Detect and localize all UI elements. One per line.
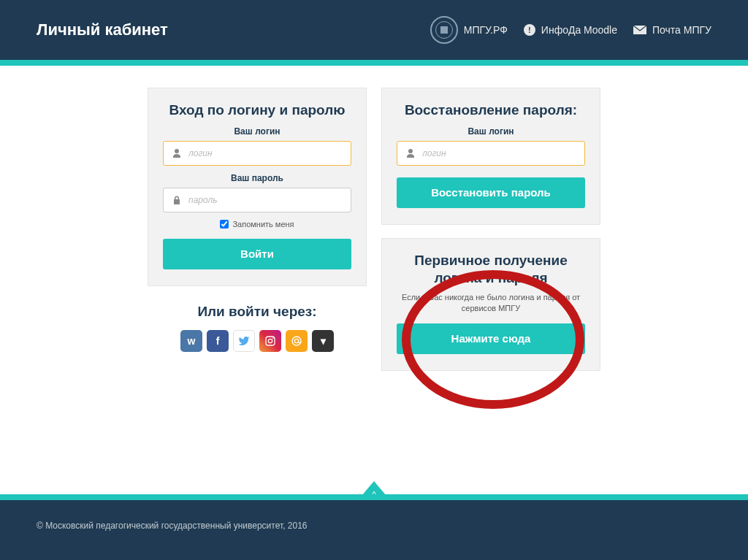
- footer-wrap: ^ © Московский педагогический государств…: [0, 494, 748, 560]
- accent-bar: [0, 60, 748, 66]
- nav-infoda[interactable]: ! ИнфоДа Moodle: [524, 24, 617, 36]
- social-row: w f ▾: [148, 330, 367, 352]
- nav-label: ИнфоДа Moodle: [541, 24, 617, 36]
- login-card: Вход по логину и паролю Ваш логин Ваш па…: [148, 88, 367, 286]
- header-nav: МПГУ.РФ ! ИнфоДа Moodle Почта МПГУ: [430, 16, 711, 44]
- nav-label: Почта МПГУ: [652, 24, 711, 36]
- recover-field-label: Ваш логин: [397, 126, 585, 137]
- password-input[interactable]: [184, 195, 345, 205]
- recover-card: Восстановление пароля: Ваш логин Восстан…: [381, 88, 600, 225]
- recover-input[interactable]: [418, 148, 579, 158]
- lock-icon: [169, 196, 184, 204]
- svg-point-2: [272, 337, 274, 339]
- remember-checkbox[interactable]: [220, 220, 229, 229]
- copyright: © Московский педагогический государствен…: [37, 521, 308, 531]
- login-button[interactable]: Войти: [163, 239, 351, 269]
- password-input-wrap[interactable]: [163, 188, 351, 212]
- login-field-label: Ваш логин: [163, 126, 351, 137]
- instagram-icon[interactable]: [259, 330, 281, 352]
- info-icon: !: [524, 24, 535, 36]
- recover-input-wrap[interactable]: [397, 141, 585, 166]
- alt-login-section: Или войти через: w f ▾: [148, 299, 367, 352]
- nav-label: МПГУ.РФ: [464, 24, 508, 36]
- svg-point-1: [268, 339, 272, 342]
- svg-point-3: [292, 337, 301, 345]
- primary-subtitle: Если у Вас никогда не было логина и паро…: [397, 292, 585, 313]
- login-input[interactable]: [184, 148, 345, 158]
- scroll-top-button[interactable]: ^: [358, 481, 390, 500]
- dropdown-icon[interactable]: ▾: [312, 330, 334, 352]
- alt-login-title: Или войти через:: [148, 304, 367, 320]
- primary-card: Первичное получение логина и пароля Если…: [381, 238, 600, 371]
- primary-title: Первичное получение логина и пароля: [397, 252, 585, 287]
- nav-mail[interactable]: Почта МПГУ: [633, 24, 711, 36]
- chevron-up-icon: ^: [372, 490, 375, 499]
- right-column: Восстановление пароля: Ваш логин Восстан…: [381, 88, 600, 371]
- svg-point-4: [294, 339, 298, 342]
- primary-button[interactable]: Нажмите сюда: [397, 323, 585, 354]
- mailru-icon[interactable]: [286, 330, 308, 352]
- vk-icon[interactable]: w: [180, 330, 202, 352]
- twitter-icon[interactable]: [233, 330, 255, 352]
- user-icon: [169, 149, 184, 158]
- password-field-label: Ваш пароль: [163, 173, 351, 183]
- main-content: Вход по логину и паролю Ваш логин Ваш па…: [0, 66, 748, 371]
- user-icon: [403, 149, 418, 158]
- header: Личный кабинет МПГУ.РФ ! ИнфоДа Moodle П…: [0, 0, 748, 60]
- login-input-wrap[interactable]: [163, 141, 351, 166]
- login-title: Вход по логину и паролю: [163, 101, 351, 119]
- remember-label: Запомнить меня: [232, 220, 294, 229]
- facebook-icon[interactable]: f: [207, 330, 229, 352]
- footer: © Московский педагогический государствен…: [0, 500, 748, 560]
- footer-accent: ^: [0, 494, 748, 500]
- nav-mpgu[interactable]: МПГУ.РФ: [430, 16, 508, 44]
- left-column: Вход по логину и паролю Ваш логин Ваш па…: [148, 88, 367, 371]
- seal-icon: [430, 16, 458, 44]
- mail-icon: [633, 26, 646, 34]
- page-title: Личный кабинет: [37, 20, 168, 39]
- recover-title: Восстановление пароля:: [397, 101, 585, 119]
- recover-button[interactable]: Восстановить пароль: [397, 177, 585, 208]
- remember-checkbox-wrap[interactable]: Запомнить меня: [163, 220, 351, 229]
